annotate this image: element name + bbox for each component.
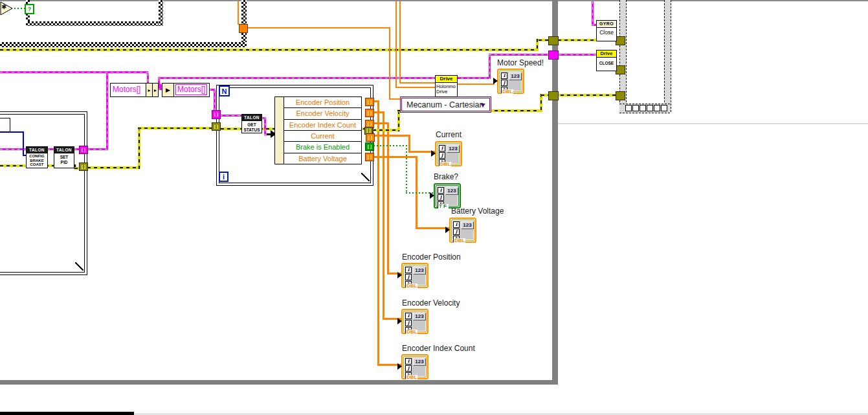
tunnel-cluster-seqbar[interactable]: [548, 50, 559, 60]
encoder-index-indicator[interactable]: ijk 123 DBL: [401, 354, 428, 379]
numeric-123-icon: 123: [413, 358, 426, 366]
tunnel-battery[interactable]: []: [365, 153, 374, 161]
unbundle-field-current[interactable]: Current: [284, 131, 361, 142]
talon-get-status-header: TALON: [242, 115, 262, 121]
wire-ref-drop: [264, 117, 266, 135]
dtype-badge: DBL: [406, 284, 417, 289]
unbundle-field-battery[interactable]: Battery Voltage: [284, 153, 361, 164]
wire-error-to-loop: [138, 127, 217, 129]
question-terminal[interactable]: ?: [25, 4, 34, 14]
unbundle-rows: Encoder Position Encoder Velocity Encode…: [284, 97, 361, 164]
motors-local-left[interactable]: Motors[] ▸ ▸: [110, 83, 159, 97]
tunnel-encoder-velocity[interactable]: []: [365, 109, 374, 117]
wire-error-loop-out: [373, 129, 400, 131]
tunnel-error-rightstruct-2[interactable]: [616, 65, 625, 74]
motor-speed-label: Motor Speed!: [497, 58, 544, 67]
tunnel-error-leftstruct[interactable]: []: [79, 163, 88, 171]
tunnel-error-loop-in[interactable]: []: [212, 122, 221, 131]
arrow-glyph-icon: ▶: [166, 87, 170, 93]
arrow-glyph-icon: ▸: [154, 87, 157, 93]
motor-speed-indicator[interactable]: ijk 123 DBL: [497, 69, 524, 94]
motors-local-right[interactable]: ▶ Motors[]: [162, 83, 210, 97]
tunnel-cluster-leftstruct[interactable]: []: [79, 146, 88, 154]
dropdown-arrow-icon[interactable]: [480, 104, 485, 107]
motors-right-cell: ▶: [162, 84, 174, 96]
unbundle-by-name-node[interactable]: Encoder Position Encoder Velocity Encode…: [274, 96, 362, 164]
tunnel-error-rightstruct-1[interactable]: [616, 36, 625, 45]
encoder-velocity-label: Encoder Velocity: [402, 298, 460, 308]
tunnel-cluster-loop-in[interactable]: []: [212, 110, 221, 119]
wire-cluster-into-loop: [214, 91, 216, 111]
input-arrow-icon: [397, 318, 402, 324]
unbundle-field-brake[interactable]: Brake is Enabled: [284, 142, 361, 153]
talon-get-status-body: GET STATUS: [242, 121, 262, 132]
tunnel-current[interactable]: []: [366, 133, 375, 142]
motors-left-label: Motors[]: [113, 85, 140, 94]
drive-holonomic-node[interactable]: Drive Holonmo Drive: [435, 75, 458, 97]
encoder-velocity-indicator[interactable]: ijk 123 DBL: [401, 309, 428, 334]
tunnel-enum[interactable]: [239, 24, 248, 33]
numeric-123-icon: 123: [461, 221, 474, 229]
tunnel-error-seqbar-bottom[interactable]: [548, 91, 559, 100]
sequence-border-bottom: [0, 380, 558, 385]
talon-config-brake-node[interactable]: TALON CONFIG BRAKE COAST: [26, 146, 48, 168]
battery-voltage-indicator[interactable]: ijk 123 DBL: [449, 218, 476, 243]
talon-set-pid-node[interactable]: TALON SET PID: [54, 146, 74, 168]
left-structure-fold: [75, 262, 83, 271]
dtype-badge: TF: [438, 204, 449, 209]
wire-cluster-branch-down: [106, 73, 108, 150]
motors-left-cell1: ▸: [146, 84, 152, 96]
current-indicator[interactable]: ijk 123 DBL: [435, 141, 462, 166]
tunnel-error-seqbar-top[interactable]: [548, 36, 559, 45]
for-loop-iteration-terminal[interactable]: i: [219, 172, 228, 182]
border-square-2: [632, 105, 639, 111]
unbundle-field-encoder-index[interactable]: Encoder Index Count: [284, 120, 361, 131]
wire-int-drop: [23, 131, 24, 156]
dtype-badge: DBL: [440, 162, 451, 167]
for-loop-count-terminal[interactable]: N: [219, 85, 230, 96]
encoder-position-indicator[interactable]: ijk 123 DBL: [401, 263, 428, 288]
gyro-close-body: Close: [597, 28, 616, 36]
motors-left-cell2: ▸: [152, 84, 158, 96]
drive-mode-value: Mecanum - Cartesian: [402, 100, 484, 109]
talon-config-header: TALON: [27, 147, 47, 153]
wire-battery-stub: [373, 156, 417, 158]
brake-indicator[interactable]: ijk 123 TF: [434, 183, 461, 208]
drive-node-header: Drive: [436, 76, 457, 83]
wire-drive-in2: [399, 82, 435, 84]
wire-t2-drop: [383, 111, 384, 320]
drive-close-node[interactable]: Drive CLOSE: [596, 50, 617, 71]
unbundle-field-encoder-velocity[interactable]: Encoder Velocity: [284, 108, 361, 119]
wire-drive-in2-drop: [399, 1, 401, 84]
encoder-position-label: Encoder Position: [402, 252, 461, 262]
drive-mode-enum[interactable]: Mecanum - Cartesian: [400, 96, 491, 113]
dtype-badge: DBL: [454, 238, 465, 243]
wire-gyro-ref-drop: [592, 1, 594, 25]
for-loop-fold: [361, 173, 370, 181]
gyro-close-node[interactable]: GYRO Close: [596, 20, 617, 41]
inner-loop-border-bottom: [26, 21, 163, 26]
input-arrow-icon: [430, 192, 434, 199]
tunnel-brake[interactable]: []: [365, 142, 374, 151]
wire-brake-stub: [373, 145, 407, 146]
talon-config-body: CONFIG BRAKE COAST: [27, 153, 47, 167]
horizontal-scrollbar-thumb[interactable]: [0, 412, 134, 415]
input-arrow-icon: [397, 272, 402, 278]
border-square-1: [625, 105, 632, 111]
tunnel-error-rightstruct-3[interactable]: [616, 91, 625, 100]
left-structure-inner: [0, 114, 85, 273]
drive-close-body: CLOSE: [597, 58, 616, 66]
wire-error-b-riser1: [397, 111, 400, 131]
dtype-badge: DBL: [502, 89, 513, 95]
tunnel-encoder-position[interactable]: []: [365, 98, 374, 106]
unbundle-field-encoder-position[interactable]: Encoder Position: [284, 97, 361, 108]
wire-error-mid-run: [87, 166, 140, 169]
wire-cluster-left-in: [0, 71, 148, 73]
unbundle-left-strip: [275, 97, 284, 164]
wire-cluster-config-setpid: [47, 148, 54, 150]
right-structure-border-right: [664, 0, 671, 112]
drive-mode-enum-inner: Mecanum - Cartesian: [401, 98, 490, 111]
wire-error-top: [0, 49, 539, 51]
talon-get-status-node[interactable]: TALON GET STATUS: [241, 114, 262, 133]
wire-boolean-top: [11, 8, 26, 9]
